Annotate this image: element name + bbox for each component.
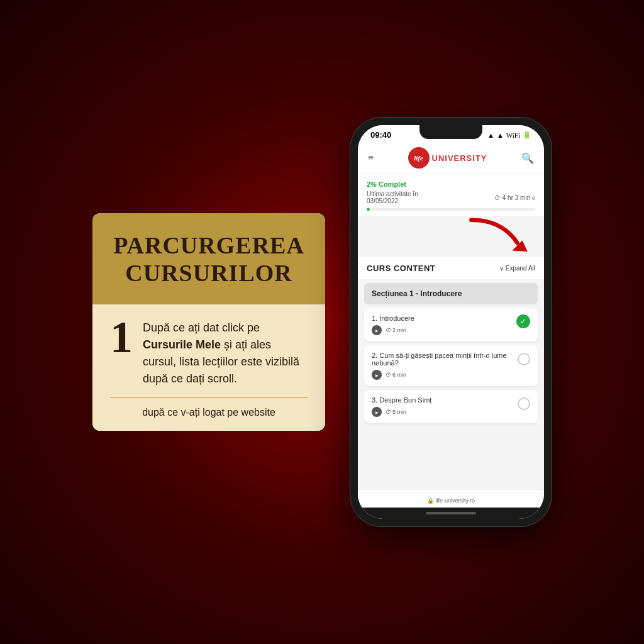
- lesson-meta: ⏱ 6 min: [372, 370, 518, 380]
- lesson-title: 1. Introducere: [372, 314, 516, 322]
- play-icon: [372, 325, 382, 335]
- red-arrow-svg: [456, 207, 538, 264]
- lesson-radio: [518, 353, 530, 365]
- chevron-down-icon: ∨: [499, 265, 504, 272]
- section-header: Secțiunea 1 - Introducere: [364, 283, 538, 304]
- lesson-info: 3. Despre Bun Simț ⏱ 5 min: [372, 396, 518, 417]
- progress-date-block: Ultima activitate în 03/05/2022: [367, 191, 418, 204]
- lesson-card[interactable]: 2. Cum să-ți găsești pacea minții într-o…: [364, 345, 538, 386]
- lesson-radio: [518, 397, 530, 410]
- lesson-duration: ⏱ 6 min: [386, 372, 406, 378]
- lesson-title: 2. Cum să-ți găsești pacea minții într-o…: [372, 352, 518, 367]
- clock-icon: ⏱: [386, 409, 391, 415]
- step-text: După ce ați dat click pe Cursurile Mele …: [143, 319, 308, 387]
- progress-row: Ultima activitate în 03/05/2022 ⏱ 4 hr 3…: [367, 191, 535, 204]
- lesson-meta: ⏱ 2 min: [372, 325, 516, 335]
- status-icons: ▲ ▲ WiFi 🔋: [487, 131, 531, 139]
- step-row: 1 După ce ați dat click pe Cursurile Mel…: [110, 319, 308, 387]
- phone-wrapper: 09:40 ▲ ▲ WiFi 🔋 ≡ life UNIV: [350, 118, 552, 526]
- lesson-meta: ⏱ 5 min: [372, 407, 518, 417]
- play-icon: [372, 370, 382, 380]
- menu-icon[interactable]: ≡: [368, 152, 374, 164]
- main-container: PARCURGEREA CURSURILOR 1 După ce ați dat…: [20, 118, 624, 526]
- lesson-info: 2. Cum să-ți găsești pacea minții într-o…: [372, 352, 518, 380]
- lesson-title: 3. Despre Bun Simț: [372, 396, 518, 404]
- website-url: 🔒 life-university.ro: [427, 497, 475, 504]
- clock-icon: ⏱: [386, 327, 391, 333]
- progress-label: Ultima activitate în: [367, 191, 418, 197]
- arrow-area: [358, 219, 544, 257]
- search-icon[interactable]: 🔍: [521, 152, 534, 164]
- sections-list: Secțiunea 1 - Introducere 1. Introducere…: [358, 283, 544, 489]
- lesson-card[interactable]: 1. Introducere ⏱ 2 min ✓: [364, 308, 538, 341]
- lesson-duration: ⏱ 2 min: [386, 327, 406, 333]
- logo-text: UNIVERSITY: [432, 153, 487, 163]
- curs-content-label: CURS CONTENT: [367, 264, 435, 273]
- phone-outer: 09:40 ▲ ▲ WiFi 🔋 ≡ life UNIV: [350, 118, 552, 526]
- progress-percent: 2% Complet: [367, 180, 535, 188]
- nav-logo: life UNIVERSITY: [408, 147, 487, 169]
- home-indicator: [358, 508, 544, 519]
- lesson-check-icon: ✓: [516, 314, 530, 328]
- lesson-card[interactable]: 3. Despre Bun Simț ⏱ 5 min: [364, 390, 538, 423]
- card-title: PARCURGEREA CURSURILOR: [110, 232, 308, 287]
- clock-icon: ⏱: [386, 372, 391, 378]
- phone-bottom-bar: 🔒 life-university.ro: [358, 489, 544, 508]
- card-body: 1 După ce ați dat click pe Cursurile Mel…: [92, 304, 325, 431]
- card-header: PARCURGEREA CURSURILOR: [92, 213, 325, 304]
- progress-date: 03/05/2022: [367, 197, 418, 204]
- step-number: 1: [110, 314, 133, 360]
- logo-circle: life: [408, 147, 430, 169]
- left-card: PARCURGEREA CURSURILOR 1 După ce ați dat…: [92, 213, 325, 431]
- progress-time: ⏱ 4 hr 3 min ⊙: [494, 194, 535, 201]
- divider: [110, 397, 308, 398]
- phone-notch: [419, 125, 482, 139]
- lesson-info: 1. Introducere ⏱ 2 min: [372, 314, 516, 335]
- home-bar: [426, 512, 476, 514]
- card-footer-text: după ce v-ați logat pe website: [110, 407, 308, 418]
- phone-inner: 09:40 ▲ ▲ WiFi 🔋 ≡ life UNIV: [358, 125, 544, 519]
- phone-nav: ≡ life UNIVERSITY 🔍: [358, 142, 544, 174]
- status-time: 09:40: [370, 130, 391, 140]
- expand-all-button[interactable]: ∨ Expand All: [499, 265, 535, 272]
- play-icon: [372, 407, 382, 417]
- progress-bar-fill: [367, 208, 370, 211]
- lesson-duration: ⏱ 5 min: [386, 409, 406, 415]
